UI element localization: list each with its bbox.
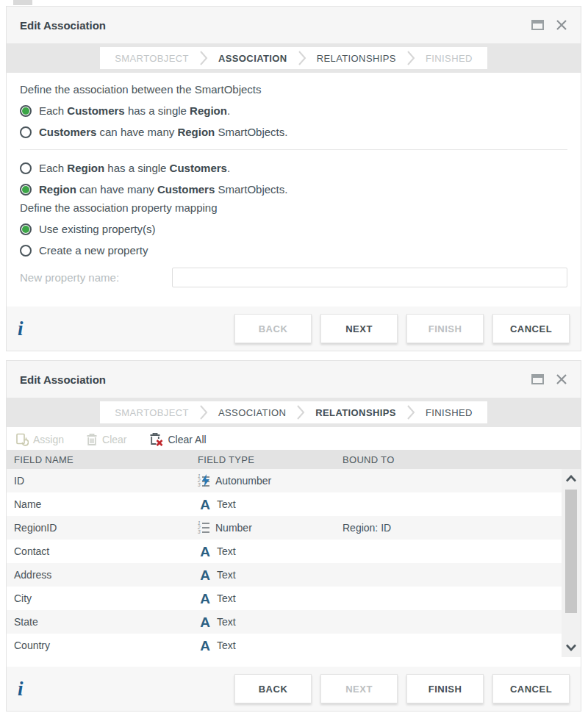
table-row-regionid[interactable]: RegionID 123 Number Region: ID [7, 516, 581, 540]
text-icon: A [198, 591, 212, 606]
fields-table: FIELD NAME FIELD TYPE BOUND TO ID 123 Au… [7, 450, 581, 657]
radio-option-label: Customers can have many Region SmartObje… [39, 126, 287, 138]
number-icon: 123 [198, 520, 211, 535]
radio-option-single-region[interactable]: Each Customers has a single Region. [20, 100, 567, 121]
scrollbar-thumb[interactable] [565, 490, 577, 613]
info-icon[interactable]: i [18, 318, 47, 340]
step-association[interactable]: ASSOCIATION [215, 407, 289, 418]
radio-option-label: Each Customers has a single Region. [39, 104, 230, 117]
radio-unselected-icon[interactable] [20, 126, 32, 138]
close-icon[interactable] [556, 19, 567, 31]
finish-button[interactable]: FINISH [406, 314, 484, 343]
chevron-right-icon [298, 50, 306, 66]
edit-association-dialog-2: Edit Association SMARTOBJECT ASSOCIATION… [6, 360, 581, 712]
step-smartobject[interactable]: SMARTOBJECT [112, 407, 192, 418]
scroll-up-icon[interactable] [562, 469, 581, 488]
chevron-right-icon [406, 50, 415, 66]
background-window-fragment [13, 0, 32, 5]
radio-option-single-customers[interactable]: Each Region has a single Customers. [20, 157, 567, 179]
dialog-footer: i BACK NEXT FINISH CANCEL [7, 667, 581, 711]
section-divider [20, 149, 567, 150]
radio-option-many-region[interactable]: Customers can have many Region SmartObje… [20, 121, 567, 143]
autonumber-icon: 123 [198, 473, 211, 488]
maximize-icon[interactable] [531, 374, 544, 384]
table-row-id[interactable]: ID 123 Autonumber [7, 469, 581, 492]
dialog-titlebar: Edit Association [7, 361, 581, 398]
back-button[interactable]: BACK [234, 674, 312, 703]
clear-all-button[interactable]: Clear All [149, 432, 207, 446]
relationships-toolbar: Assign Clear Clear All [7, 427, 581, 450]
table-row-state[interactable]: State A Text [7, 610, 581, 634]
text-icon: A [198, 544, 212, 559]
assign-button[interactable]: Assign [15, 433, 64, 446]
radio-selected-icon[interactable] [20, 184, 32, 196]
radio-selected-icon[interactable] [20, 223, 32, 235]
cancel-button[interactable]: CANCEL [492, 314, 570, 343]
cancel-button[interactable]: CANCEL [492, 674, 570, 703]
table-row-name[interactable]: Name A Text [7, 492, 581, 516]
radio-unselected-icon[interactable] [20, 162, 32, 174]
trash-x-icon [149, 432, 164, 446]
radio-selected-icon[interactable] [20, 105, 32, 117]
wizard-steps-strip: SMARTOBJECT ASSOCIATION RELATIONSHIPS FI… [7, 43, 581, 73]
next-button[interactable]: NEXT [320, 674, 398, 703]
back-button[interactable]: BACK [234, 314, 312, 343]
radio-option-label: Create a new property [39, 244, 148, 257]
step-smartobject[interactable]: SMARTOBJECT [112, 53, 192, 64]
text-icon: A [198, 615, 212, 629]
step-finished[interactable]: FINISHED [423, 407, 476, 418]
text-icon: A [198, 497, 212, 512]
step-relationships[interactable]: RELATIONSHIPS [314, 53, 399, 64]
table-row-country[interactable]: Country A Text [7, 634, 581, 657]
trash-icon [86, 433, 98, 446]
radio-option-label: Use existing property(s) [39, 223, 155, 235]
dialog-titlebar: Edit Association [7, 7, 581, 43]
close-icon[interactable] [556, 373, 567, 385]
col-bound-to: BOUND TO [343, 454, 581, 465]
table-row-city[interactable]: City A Text [7, 587, 581, 610]
text-icon: A [198, 567, 212, 582]
table-header-row: FIELD NAME FIELD TYPE BOUND TO [7, 450, 581, 469]
dialog-title: Edit Association [20, 373, 531, 386]
clear-button[interactable]: Clear [86, 433, 126, 446]
dialog-title: Edit Association [20, 19, 531, 32]
step-association[interactable]: ASSOCIATION [215, 53, 290, 64]
finish-button[interactable]: FINISH [406, 674, 484, 703]
association-section-label: Define the association between the Smart… [20, 83, 567, 96]
mapping-section-label: Define the association property mapping [20, 201, 567, 214]
info-icon[interactable]: i [18, 678, 47, 701]
maximize-icon[interactable] [531, 20, 544, 30]
chevron-right-icon [296, 404, 305, 420]
radio-option-label: Each Region has a single Customers. [39, 162, 230, 174]
col-field-name: FIELD NAME [7, 454, 198, 465]
vertical-scrollbar[interactable] [562, 469, 581, 657]
col-field-type: FIELD TYPE [198, 454, 343, 465]
scroll-down-icon[interactable] [562, 638, 581, 657]
new-property-name-label: New property name: [20, 271, 172, 284]
chevron-right-icon [406, 404, 415, 420]
next-button[interactable]: NEXT [320, 314, 398, 343]
table-row-address[interactable]: Address A Text [7, 563, 581, 587]
step-finished[interactable]: FINISHED [423, 53, 476, 64]
step-relationships[interactable]: RELATIONSHIPS [312, 407, 399, 418]
wizard-steps-strip: SMARTOBJECT ASSOCIATION RELATIONSHIPS FI… [7, 398, 581, 427]
text-icon: A [198, 638, 212, 653]
radio-option-existing-property[interactable]: Use existing property(s) [20, 218, 567, 240]
table-row-contact[interactable]: Contact A Text [7, 540, 581, 563]
edit-association-dialog-1: Edit Association SMARTOBJECT ASSOCIATION… [6, 6, 581, 351]
radio-unselected-icon[interactable] [20, 245, 32, 257]
dialog-footer: i BACK NEXT FINISH CANCEL [7, 307, 581, 351]
new-property-name-input[interactable] [172, 268, 567, 287]
chevron-right-icon [199, 50, 208, 66]
chevron-right-icon [199, 404, 208, 420]
assign-icon [15, 433, 29, 446]
radio-option-label: Region can have many Customers SmartObje… [39, 183, 287, 196]
radio-option-many-customers[interactable]: Region can have many Customers SmartObje… [20, 179, 567, 200]
radio-option-new-property[interactable]: Create a new property [20, 240, 567, 261]
